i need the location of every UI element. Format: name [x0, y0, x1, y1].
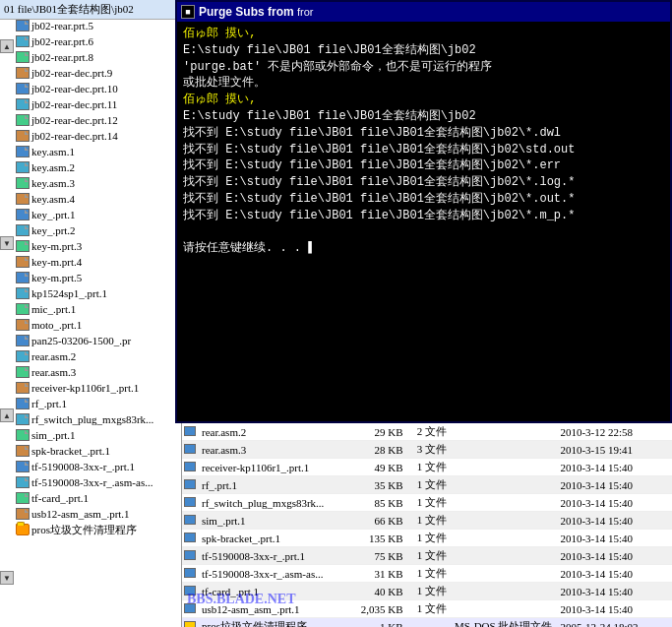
- row-name-cell: spk-bracket_.prt.1: [198, 530, 353, 547]
- table-row[interactable]: rear.asm.328 KB3 文件2010-3-15 19:41: [182, 441, 672, 459]
- file-list: jb02-rear.prt.5jb02-rear.prt.6jb02-rear.…: [14, 18, 181, 627]
- file-icon: [16, 130, 30, 142]
- row-count-cell: 1 文件: [407, 583, 451, 600]
- scroll-up-button[interactable]: ▲: [0, 39, 14, 53]
- list-item[interactable]: pan25-03206-1500_.pr: [14, 333, 181, 348]
- file-icon: [16, 20, 30, 31]
- file-name-label: jb02-rear.prt.8: [31, 51, 93, 63]
- scroll-down-button[interactable]: ▼: [0, 236, 14, 250]
- list-item[interactable]: moto_.prt.1: [14, 317, 181, 333]
- file-name-label: rear.asm.2: [31, 350, 76, 362]
- list-item[interactable]: rf_.prt.1: [14, 396, 181, 411]
- row-size-cell: 49 KB: [353, 459, 407, 476]
- table-row[interactable]: spk-bracket_.prt.1135 KB1 文件2010-3-14 15…: [182, 530, 672, 547]
- row-size-cell: 31 KB: [353, 565, 407, 583]
- file-icon: [16, 240, 30, 252]
- list-item[interactable]: tf-5190008-3xx-r_.prt.1: [14, 459, 181, 474]
- row-file-icon: [184, 568, 196, 578]
- file-icon: [16, 335, 30, 346]
- row-size-cell: 29 KB: [353, 423, 407, 441]
- list-item[interactable]: rear.asm.2: [14, 348, 181, 364]
- list-item[interactable]: key.asm.1: [14, 144, 181, 159]
- list-item[interactable]: usb12-asm_asm_.prt.1: [14, 506, 181, 522]
- row-icon-cell: [182, 494, 198, 512]
- list-item[interactable]: tf-card_.prt.1: [14, 490, 181, 506]
- row-type-cell: [451, 565, 556, 583]
- table-row[interactable]: tf-card_.prt.140 KB1 文件2010-3-14 15:40: [182, 583, 672, 600]
- terminal-line: 'purge.bat' 不是内部或外部命令，也不是可运行的程序: [183, 59, 664, 76]
- file-name-label: usb12-asm_asm_.prt.1: [31, 508, 130, 520]
- terminal-icon: ■: [181, 5, 195, 19]
- list-item[interactable]: kp1524sp1_.prt.1: [14, 285, 181, 301]
- list-item[interactable]: key-m.prt.3: [14, 238, 181, 254]
- file-name-label: jb02-rear.prt.6: [31, 35, 93, 47]
- list-item[interactable]: jb02-rear-dec.prt.12: [14, 112, 181, 128]
- row-count-cell: 1 文件: [407, 459, 451, 476]
- row-icon-cell: [182, 423, 198, 441]
- list-item[interactable]: jb02-rear-dec.prt.10: [14, 81, 181, 96]
- list-item[interactable]: jb02-rear-dec.prt.11: [14, 96, 181, 112]
- file-icon: [16, 413, 30, 425]
- list-item[interactable]: key-m.prt.5: [14, 270, 181, 285]
- row-file-icon: [184, 550, 196, 560]
- list-item[interactable]: mic_.prt.1: [14, 301, 181, 317]
- row-icon-cell: [182, 476, 198, 494]
- row-file-icon: [184, 426, 196, 436]
- row-size-cell: 1 KB: [353, 618, 407, 628]
- table-row[interactable]: receiver-kp1106r1_.prt.149 KB1 文件2010-3-…: [182, 459, 672, 476]
- table-row[interactable]: pros垃圾文件清理程序1 KBMS-DOS 批处理文件2005-12-24 1…: [182, 618, 672, 628]
- file-name-label: key-m.prt.4: [31, 256, 82, 268]
- left-file-panel: 01 file\JB01全套结构图\jb02 ▲ ▼ ▲ ▼ jb02-rear…: [0, 0, 182, 627]
- list-item[interactable]: key.asm.3: [14, 175, 181, 191]
- list-item[interactable]: jb02-rear.prt.8: [14, 49, 181, 65]
- row-count-cell: 1 文件: [407, 530, 451, 547]
- file-name-label: key.asm.1: [31, 146, 75, 157]
- row-size-cell: 135 KB: [353, 530, 407, 547]
- row-name-cell: rf_switch_plug_mxgs83rk...: [198, 494, 353, 512]
- list-item[interactable]: receiver-kp1106r1_.prt.1: [14, 380, 181, 396]
- list-item[interactable]: tf-5190008-3xx-r_.asm-as...: [14, 474, 181, 490]
- table-row[interactable]: usb12-asm_asm_.prt.12,035 KB1 文件2010-3-1…: [182, 600, 672, 618]
- list-item[interactable]: jb02-rear.prt.5: [14, 18, 181, 33]
- table-row[interactable]: tf-5190008-3xx-r_.asm-as...31 KB1 文件2010…: [182, 565, 672, 583]
- list-item[interactable]: spk-bracket_.prt.1: [14, 443, 181, 459]
- row-name-cell: receiver-kp1106r1_.prt.1: [198, 459, 353, 476]
- file-name-label: key_.prt.1: [31, 209, 76, 220]
- list-item[interactable]: pros垃圾文件清理程序: [14, 522, 181, 537]
- table-row[interactable]: rear.asm.229 KB2 文件2010-3-12 22:58: [182, 423, 672, 441]
- table-row[interactable]: rf_switch_plug_mxgs83rk...85 KB1 文件2010-…: [182, 494, 672, 512]
- table-row[interactable]: rf_.prt.135 KB1 文件2010-3-14 15:40: [182, 476, 672, 494]
- terminal-window: ■ Purge Subs from fror 佰ゅ郎 摸い,E:\study f…: [175, 0, 672, 423]
- list-item[interactable]: sim_.prt.1: [14, 427, 181, 443]
- scroll-down-button-2[interactable]: ▼: [0, 571, 14, 585]
- table-row[interactable]: sim_.prt.166 KB1 文件2010-3-14 15:40: [182, 512, 672, 530]
- file-icon: [16, 67, 30, 79]
- file-icon: [16, 256, 30, 268]
- row-icon-cell: [182, 583, 198, 600]
- file-name-label: jb02-rear-dec.prt.14: [31, 130, 118, 142]
- terminal-line: 佰ゅ郎 摸い,: [183, 92, 664, 108]
- list-item[interactable]: key.asm.2: [14, 159, 181, 175]
- row-count-cell: [407, 618, 451, 628]
- list-item[interactable]: jb02-rear-dec.prt.14: [14, 128, 181, 144]
- row-file-icon: [184, 497, 196, 507]
- list-item[interactable]: key.asm.4: [14, 191, 181, 207]
- file-icon: [16, 492, 30, 504]
- scroll-up-button-2[interactable]: ▲: [0, 408, 14, 422]
- list-item[interactable]: key_.prt.2: [14, 222, 181, 238]
- list-item[interactable]: key-m.prt.4: [14, 254, 181, 270]
- list-item[interactable]: rf_switch_plug_mxgs83rk...: [14, 411, 181, 427]
- terminal-line: 找不到 E:\study file\JB01 file\JB01全套结构图\jb…: [183, 208, 664, 224]
- file-name-label: rf_.prt.1: [31, 398, 67, 409]
- row-file-icon: [184, 462, 196, 471]
- list-item[interactable]: key_.prt.1: [14, 207, 181, 222]
- file-name-label: key-m.prt.3: [31, 240, 82, 252]
- list-item[interactable]: jb02-rear.prt.6: [14, 33, 181, 49]
- table-row[interactable]: tf-5190008-3xx-r_.prt.175 KB1 文件2010-3-1…: [182, 547, 672, 565]
- list-item[interactable]: rear.asm.3: [14, 364, 181, 380]
- file-icon: [16, 209, 30, 220]
- row-type-cell: [451, 512, 556, 530]
- file-name-label: jb02-rear-dec.prt.12: [31, 114, 118, 126]
- list-item[interactable]: jb02-rear-dec.prt.9: [14, 65, 181, 81]
- row-file-icon: [184, 479, 196, 489]
